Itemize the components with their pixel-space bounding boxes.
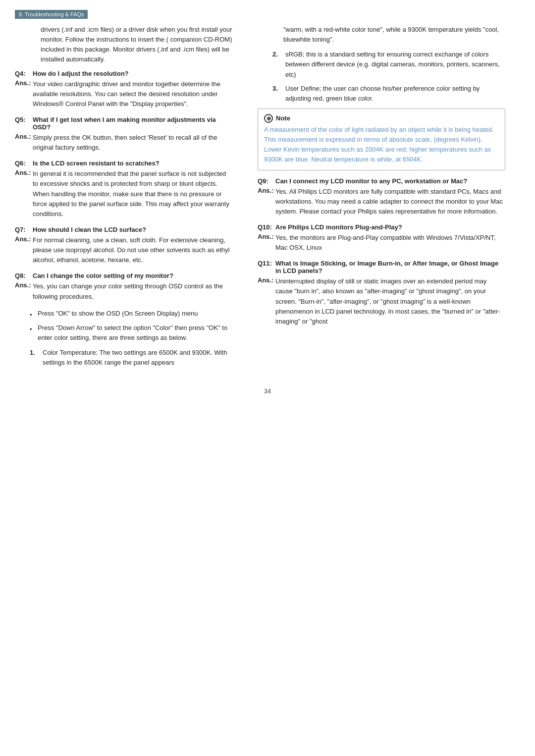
note-text: A measurement of the color of light radi… bbox=[264, 125, 499, 165]
qa-q10: Q10: Are Philips LCD monitors Plug-and-P… bbox=[258, 223, 505, 253]
q11-answer-line: Ans.: Uninterrupted display of still or … bbox=[258, 276, 505, 326]
qa-q8: Q8: Can I change the color setting of my… bbox=[15, 272, 233, 301]
numbered-item-3: 3. User Define; the user can choose his/… bbox=[272, 84, 505, 104]
q10-num: Q10: bbox=[258, 223, 273, 231]
q9-text: Can I connect my LCD monitor to any PC, … bbox=[275, 177, 467, 185]
note-title-text: Note bbox=[276, 114, 290, 122]
q6-a-label: Ans.: bbox=[15, 169, 31, 219]
q6-answer-line: Ans.: In general it is recommended that … bbox=[15, 169, 233, 219]
q8-a-label: Ans.: bbox=[15, 281, 31, 301]
num-label-1: 1. bbox=[30, 348, 39, 368]
q5-question-line: Q5: What if I get lost when I am making … bbox=[15, 116, 233, 131]
qa-q4: Q4: How do I adjust the resolution? Ans.… bbox=[15, 70, 233, 109]
q7-answer-line: Ans.: For normal cleaning, use a clean, … bbox=[15, 235, 233, 265]
q4-num: Q4: bbox=[15, 70, 31, 77]
q11-a-label: Ans.: bbox=[258, 276, 273, 326]
bullet-text-2: Press "Down Arrow" to select the option … bbox=[38, 323, 233, 343]
q9-question-line: Q9: Can I connect my LCD monitor to any … bbox=[258, 177, 505, 185]
q5-num: Q5: bbox=[15, 116, 31, 131]
q4-text: How do I adjust the resolution? bbox=[33, 70, 129, 77]
q5-text: What if I get lost when I am making moni… bbox=[33, 116, 233, 131]
num-text-1: Color Temperature; The two settings are … bbox=[43, 348, 233, 368]
q10-a-label: Ans.: bbox=[258, 233, 273, 253]
q5-a-text: Simply press the OK button, then select … bbox=[33, 133, 233, 153]
qa-q6: Q6: Is the LCD screen resistant to scrat… bbox=[15, 160, 233, 219]
qa-q5: Q5: What if I get lost when I am making … bbox=[15, 116, 233, 153]
note-box: ⊕ Note A measurement of the color of lig… bbox=[258, 108, 505, 170]
q7-a-text: For normal cleaning, use a clean, soft c… bbox=[33, 235, 233, 265]
q4-answer-line: Ans.: Your video card/graphic driver and… bbox=[15, 79, 233, 109]
q10-question-line: Q10: Are Philips LCD monitors Plug-and-P… bbox=[258, 223, 505, 231]
two-column-layout: drivers (.inf and .icm files) or a drive… bbox=[0, 25, 535, 373]
q11-question-line: Q11: What is Image Sticking, or Image Bu… bbox=[258, 260, 505, 274]
q8-text: Can I change the color setting of my mon… bbox=[33, 272, 173, 279]
q7-a-label: Ans.: bbox=[15, 235, 31, 265]
qa-q7: Q7: How should I clean the LCD surface? … bbox=[15, 226, 233, 265]
q11-num: Q11: bbox=[258, 260, 273, 274]
num-text-2: sRGB; this is a standard setting for ens… bbox=[285, 50, 505, 79]
bullet-list: • Press "OK" to show the OSD (On Screen … bbox=[30, 309, 233, 343]
bullet-item-2: • Press "Down Arrow" to select the optio… bbox=[30, 323, 233, 343]
q11-text: What is Image Sticking, or Image Burn-in… bbox=[275, 260, 505, 274]
section-header: 8. Troubleshooting & FAQs bbox=[15, 10, 88, 19]
note-icon: ⊕ bbox=[264, 114, 273, 123]
numbered-list-left: 1. Color Temperature; The two settings a… bbox=[30, 348, 233, 368]
num-label-2: 2. bbox=[272, 50, 281, 79]
q8-answer-line: Ans.: Yes, you can change your color set… bbox=[15, 281, 233, 301]
q11-a-text: Uninterrupted display of still or static… bbox=[275, 276, 505, 326]
q6-text: Is the LCD screen resistant to scratches… bbox=[33, 160, 160, 167]
page-number: 34 bbox=[0, 387, 535, 395]
q7-question-line: Q7: How should I clean the LCD surface? bbox=[15, 226, 233, 233]
q9-answer-line: Ans.: Yes. All Philips LCD monitors are … bbox=[258, 187, 505, 216]
cont-text: "warm, with a red-white color tone", whi… bbox=[283, 25, 505, 45]
num-text-3: User Define; the user can choose his/her… bbox=[285, 84, 505, 104]
q5-answer-line: Ans.: Simply press the OK button, then s… bbox=[15, 133, 233, 153]
q5-a-label: Ans.: bbox=[15, 133, 31, 153]
q6-a-text: In general it is recommended that the pa… bbox=[33, 169, 233, 219]
q4-a-text: Your video card/graphic driver and monit… bbox=[33, 79, 233, 109]
q9-num: Q9: bbox=[258, 177, 273, 185]
page-container: 8. Troubleshooting & FAQs drivers (.inf … bbox=[0, 0, 535, 756]
right-column: "warm, with a red-white color tone", whi… bbox=[248, 25, 520, 373]
q9-a-text: Yes. All Philips LCD monitors are fully … bbox=[275, 187, 505, 216]
bullet-dot-1: • bbox=[30, 310, 34, 320]
q10-a-text: Yes, the monitors are Plug-and-Play comp… bbox=[275, 233, 505, 253]
q8-num: Q8: bbox=[15, 272, 31, 279]
q7-text: How should I clean the LCD surface? bbox=[33, 226, 146, 233]
q10-answer-line: Ans.: Yes, the monitors are Plug-and-Pla… bbox=[258, 233, 505, 253]
q4-question-line: Q4: How do I adjust the resolution? bbox=[15, 70, 233, 77]
q6-question-line: Q6: Is the LCD screen resistant to scrat… bbox=[15, 160, 233, 167]
q8-a-text: Yes, you can change your color setting t… bbox=[33, 281, 233, 301]
q10-text: Are Philips LCD monitors Plug-and-Play? bbox=[275, 223, 402, 231]
numbered-item-1: 1. Color Temperature; The two settings a… bbox=[30, 348, 233, 368]
qa-q11: Q11: What is Image Sticking, or Image Bu… bbox=[258, 260, 505, 326]
qa-q9: Q9: Can I connect my LCD monitor to any … bbox=[258, 177, 505, 216]
intro-text: drivers (.inf and .icm files) or a drive… bbox=[41, 25, 233, 65]
numbered-item-2: 2. sRGB; this is a standard setting for … bbox=[272, 50, 505, 79]
bullet-dot-2: • bbox=[30, 324, 34, 343]
q4-a-label: Ans.: bbox=[15, 79, 31, 109]
bullet-text-1: Press "OK" to show the OSD (On Screen Di… bbox=[38, 309, 198, 320]
q7-num: Q7: bbox=[15, 226, 31, 233]
num-label-3: 3. bbox=[272, 84, 281, 104]
note-title: ⊕ Note bbox=[264, 114, 499, 123]
q8-question-line: Q8: Can I change the color setting of my… bbox=[15, 272, 233, 279]
numbered-list-right: 2. sRGB; this is a standard setting for … bbox=[272, 50, 505, 104]
left-column: drivers (.inf and .icm files) or a drive… bbox=[0, 25, 248, 373]
q9-a-label: Ans.: bbox=[258, 187, 273, 216]
bullet-item-1: • Press "OK" to show the OSD (On Screen … bbox=[30, 309, 233, 320]
q6-num: Q6: bbox=[15, 160, 31, 167]
